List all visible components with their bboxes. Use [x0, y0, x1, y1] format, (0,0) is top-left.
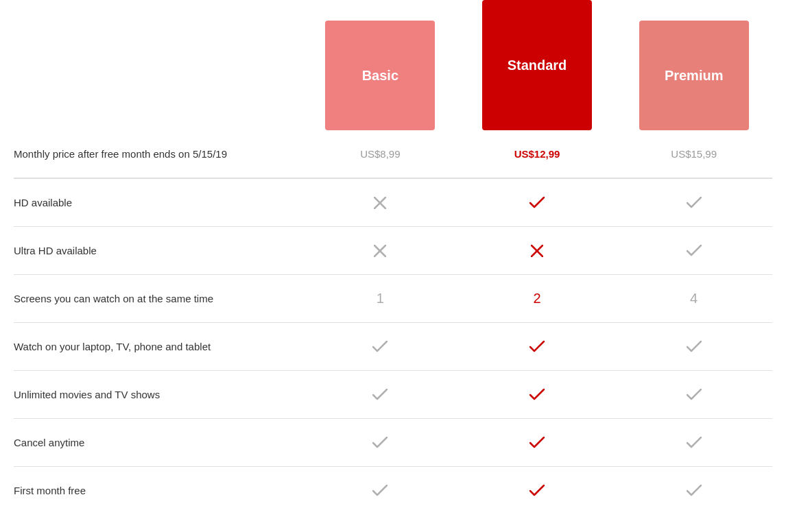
- feature-label-uhd: Ultra HD available: [14, 245, 302, 256]
- icon-uhd-basic: [374, 245, 386, 257]
- feature-label-devices: Watch on your laptop, TV, phone and tabl…: [14, 341, 302, 352]
- pricing-table: Basic Standard Premium Monthly price aft…: [0, 0, 786, 514]
- value-uhd-premium: [615, 245, 772, 257]
- feature-label-firstmonth: First month free: [14, 485, 302, 496]
- row-devices: Watch on your laptop, TV, phone and tabl…: [14, 322, 772, 370]
- icon-unlimited-premium: [687, 389, 702, 401]
- icon-uhd-standard: [531, 245, 543, 257]
- number-screens-premium: 4: [690, 291, 698, 306]
- value-cancel-basic: [302, 437, 459, 449]
- row-firstmonth: First month free: [14, 466, 772, 514]
- price-premium: US$15,99: [671, 148, 717, 160]
- icon-firstmonth-standard: [529, 485, 545, 497]
- icon-cancel-standard: [529, 437, 545, 449]
- value-screens-premium: 4: [615, 291, 772, 306]
- value-uhd-standard: [459, 245, 616, 257]
- value-screens-basic: 1: [302, 291, 459, 306]
- feature-label-screens: Screens you can watch on at the same tim…: [14, 293, 302, 304]
- value-hd-standard: [459, 197, 616, 209]
- feature-label-cancel: Cancel anytime: [14, 437, 302, 448]
- price-basic: US$8,99: [360, 148, 400, 160]
- feature-label-unlimited: Unlimited movies and TV shows: [14, 389, 302, 400]
- icon-firstmonth-basic: [372, 485, 388, 497]
- plan-label-premium: Premium: [665, 68, 724, 84]
- plan-col-standard: Standard: [459, 0, 616, 130]
- value-cancel-standard: [459, 437, 616, 449]
- icon-unlimited-basic: [372, 389, 388, 401]
- value-cancel-premium: [615, 437, 772, 449]
- row-uhd: Ultra HD available: [14, 226, 772, 274]
- icon-cancel-premium: [687, 437, 702, 449]
- row-hd: HD available: [14, 178, 772, 226]
- icon-devices-premium: [687, 341, 702, 353]
- value-devices-premium: [615, 341, 772, 353]
- icon-cancel-basic: [372, 437, 388, 449]
- plan-label-basic: Basic: [362, 68, 398, 84]
- plan-col-basic: Basic: [302, 21, 459, 130]
- value-price-basic: US$8,99: [302, 148, 459, 160]
- value-hd-premium: [615, 197, 772, 209]
- value-firstmonth-basic: [302, 485, 459, 497]
- rows-container: Monthly price after free month ends on 5…: [14, 130, 772, 514]
- row-unlimited: Unlimited movies and TV shows: [14, 370, 772, 418]
- plan-label-standard: Standard: [508, 58, 567, 73]
- plan-col-premium: Premium: [615, 21, 772, 130]
- row-cancel: Cancel anytime: [14, 418, 772, 466]
- plan-header-standard: Standard: [482, 0, 592, 130]
- feature-label-price: Monthly price after free month ends on 5…: [14, 148, 302, 160]
- plan-header-basic: Basic: [325, 21, 435, 130]
- value-firstmonth-standard: [459, 485, 616, 497]
- icon-unlimited-standard: [529, 389, 545, 401]
- value-price-standard: US$12,99: [459, 148, 616, 160]
- icon-uhd-premium: [687, 245, 702, 257]
- value-uhd-basic: [302, 245, 459, 257]
- plan-header-premium: Premium: [639, 21, 749, 130]
- value-unlimited-premium: [615, 389, 772, 401]
- price-standard: US$12,99: [514, 148, 560, 160]
- icon-hd-basic: [374, 197, 386, 209]
- icon-hd-premium: [687, 197, 702, 209]
- feature-label-hd: HD available: [14, 197, 302, 208]
- value-devices-basic: [302, 341, 459, 353]
- value-unlimited-basic: [302, 389, 459, 401]
- value-unlimited-standard: [459, 389, 616, 401]
- icon-hd-standard: [529, 197, 545, 209]
- icon-devices-basic: [372, 341, 388, 353]
- number-screens-basic: 1: [377, 291, 384, 306]
- number-screens-standard: 2: [533, 291, 540, 306]
- row-screens: Screens you can watch on at the same tim…: [14, 274, 772, 322]
- icon-firstmonth-premium: [687, 485, 702, 497]
- value-screens-standard: 2: [459, 291, 616, 306]
- value-hd-basic: [302, 197, 459, 209]
- value-devices-standard: [459, 341, 616, 353]
- value-price-premium: US$15,99: [615, 148, 772, 160]
- value-firstmonth-premium: [615, 485, 772, 497]
- row-price: Monthly price after free month ends on 5…: [14, 130, 772, 178]
- icon-devices-standard: [529, 341, 545, 353]
- header-row: Basic Standard Premium: [14, 0, 772, 130]
